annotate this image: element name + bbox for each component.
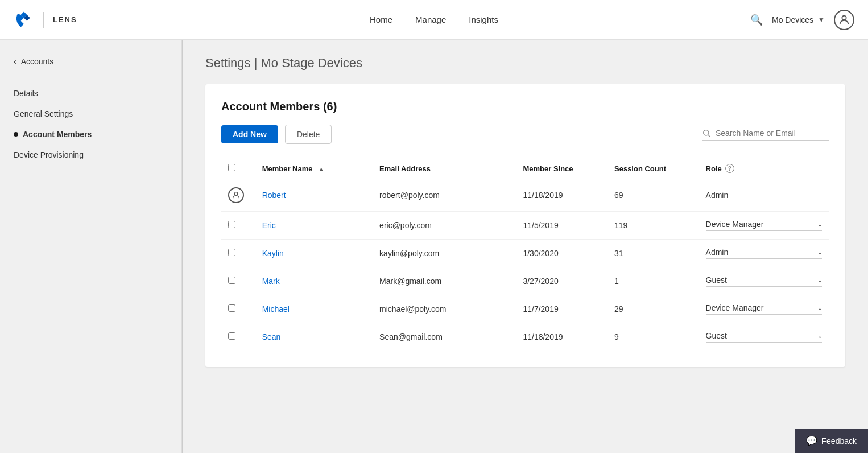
- page-title-account: Mo Stage Devices: [261, 56, 362, 70]
- sidebar-item-account-members[interactable]: Account Members: [14, 124, 168, 145]
- feedback-button[interactable]: 💬 Feedback: [795, 429, 868, 453]
- sidebar-item-details[interactable]: Details: [14, 83, 168, 104]
- member-name-link[interactable]: Mark: [262, 277, 280, 286]
- sidebar-back[interactable]: ‹ Accounts: [0, 51, 181, 72]
- table-row: Ericeric@poly.com11/5/2019119Device Mana…: [221, 212, 829, 240]
- role-dropdown[interactable]: Admin⌄: [706, 248, 822, 259]
- sidebar-back-label: Accounts: [21, 57, 54, 66]
- role-dropdown[interactable]: Guest⌄: [706, 331, 822, 343]
- sidebar-item-general-settings[interactable]: General Settings: [14, 104, 168, 124]
- col-header-sessions: Session Count: [607, 158, 699, 179]
- nav-home[interactable]: Home: [370, 13, 392, 27]
- table-header-row: Member Name ▲ Email Address Member Since…: [221, 158, 829, 179]
- member-since: 1/30/2020: [516, 240, 607, 267]
- col-header-checkbox: [221, 158, 255, 179]
- search-icon[interactable]: 🔍: [750, 14, 763, 26]
- back-arrow-icon: ‹: [14, 57, 16, 66]
- logo-divider: [43, 12, 44, 28]
- add-new-button[interactable]: Add New: [221, 125, 278, 143]
- member-email: kaylin@poly.com: [373, 240, 516, 267]
- member-name-link[interactable]: Sean: [262, 332, 281, 341]
- role-dropdown[interactable]: Device Manager⌄: [706, 220, 822, 231]
- toolbar: Add New Delete: [221, 125, 829, 144]
- role-value: Device Manager: [706, 303, 764, 312]
- member-email: michael@poly.com: [373, 295, 516, 323]
- role-dropdown[interactable]: Device Manager⌄: [706, 303, 822, 315]
- svg-point-3: [234, 192, 237, 195]
- card-title: Account Members (6): [221, 100, 829, 113]
- member-since: 11/5/2019: [516, 212, 607, 240]
- row-checkbox[interactable]: [228, 332, 235, 340]
- select-all-checkbox[interactable]: [228, 164, 235, 171]
- sidebar-item-label: Account Members: [23, 130, 92, 139]
- member-since: 11/7/2019: [516, 295, 607, 323]
- poly-logo-icon: [14, 10, 34, 30]
- table-row: SeanSean@gmail.com11/18/20199Guest⌄: [221, 323, 829, 351]
- sidebar-item-label: General Settings: [14, 109, 73, 118]
- col-header-since: Member Since: [516, 158, 607, 179]
- nav-insights[interactable]: Insights: [469, 13, 498, 27]
- page-title-separator: |: [254, 56, 261, 70]
- active-indicator: [14, 132, 18, 137]
- svg-point-0: [842, 15, 846, 19]
- member-name-link[interactable]: Michael: [262, 304, 290, 314]
- session-count: 1: [607, 267, 699, 295]
- member-email: Sean@gmail.com: [373, 323, 516, 351]
- member-name-link[interactable]: Robert: [262, 191, 286, 200]
- table-row: Robertrobert@poly.com11/18/201969Admin: [221, 179, 829, 212]
- account-name: Mo Devices: [772, 15, 813, 24]
- logo[interactable]: LENS: [14, 10, 77, 30]
- role-value: Admin: [706, 191, 729, 200]
- sidebar-item-device-provisioning[interactable]: Device Provisioning: [14, 145, 168, 165]
- header: LENS Home Manage Insights 🔍 Mo Devices ▼: [0, 0, 868, 40]
- search-icon: [702, 129, 711, 138]
- session-count: 69: [607, 179, 699, 212]
- user-avatar[interactable]: [834, 10, 854, 30]
- role-value: Device Manager: [706, 220, 764, 229]
- logo-area: LENS: [14, 10, 77, 30]
- member-email: eric@poly.com: [373, 212, 516, 240]
- col-header-role: Role ?: [699, 158, 829, 179]
- sort-icon: ▲: [318, 166, 324, 172]
- avatar: [228, 187, 244, 203]
- member-name-link[interactable]: Kaylin: [262, 249, 284, 258]
- nav-manage[interactable]: Manage: [415, 13, 446, 27]
- chevron-down-icon: ▼: [818, 16, 825, 24]
- chevron-down-icon: ⌄: [817, 249, 822, 256]
- account-selector[interactable]: Mo Devices ▼: [772, 15, 825, 24]
- chevron-down-icon: ⌄: [817, 221, 822, 228]
- lens-label: LENS: [53, 15, 77, 24]
- svg-point-1: [704, 130, 709, 135]
- col-header-email: Email Address: [373, 158, 516, 179]
- delete-button[interactable]: Delete: [285, 125, 332, 144]
- col-header-name[interactable]: Member Name ▲: [255, 158, 373, 179]
- page-title-prefix: Settings: [205, 56, 251, 70]
- search-input[interactable]: [716, 129, 829, 138]
- table-row: MarkMark@gmail.com3/27/20201Guest⌄: [221, 267, 829, 295]
- row-checkbox[interactable]: [228, 277, 235, 284]
- user-icon: [838, 14, 850, 26]
- role-value: Admin: [706, 248, 729, 257]
- sidebar-item-label: Details: [14, 89, 38, 98]
- role-value: Guest: [706, 275, 727, 285]
- member-email: robert@poly.com: [373, 179, 516, 212]
- role-value: Guest: [706, 331, 727, 340]
- header-right: 🔍 Mo Devices ▼: [750, 10, 854, 30]
- sidebar: ‹ Accounts Details General Settings Acco…: [0, 40, 182, 453]
- member-email: Mark@gmail.com: [373, 267, 516, 295]
- member-name-link[interactable]: Eric: [262, 221, 276, 230]
- table-row: Kaylinkaylin@poly.com1/30/202031Admin⌄: [221, 240, 829, 267]
- role-dropdown[interactable]: Guest⌄: [706, 275, 822, 287]
- chevron-down-icon: ⌄: [817, 277, 822, 284]
- app-body: ‹ Accounts Details General Settings Acco…: [0, 40, 868, 453]
- row-checkbox[interactable]: [228, 249, 235, 256]
- chevron-down-icon: ⌄: [817, 304, 822, 312]
- search-area: [702, 129, 829, 141]
- session-count: 31: [607, 240, 699, 267]
- row-checkbox[interactable]: [228, 221, 235, 228]
- feedback-label: Feedback: [822, 436, 857, 446]
- main-content: Settings | Mo Stage Devices Account Memb…: [183, 40, 868, 453]
- row-checkbox[interactable]: [228, 304, 235, 312]
- role-help-icon[interactable]: ?: [725, 164, 734, 173]
- main-nav: Home Manage Insights: [370, 13, 498, 27]
